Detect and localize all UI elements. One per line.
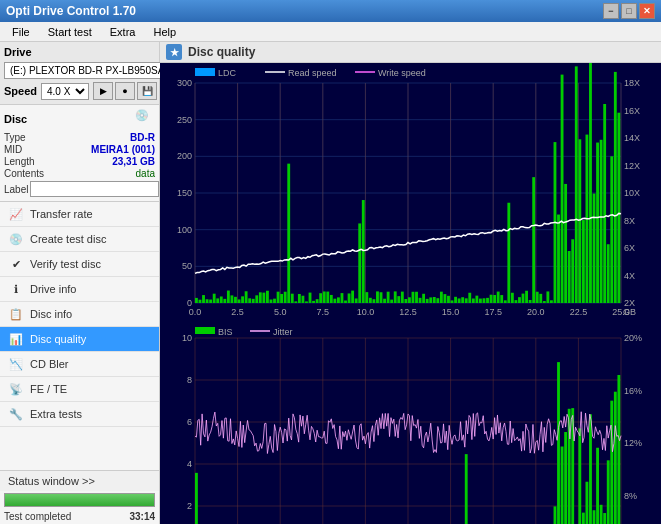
disc-length-label: Length — [4, 156, 35, 167]
app-title: Opti Drive Control 1.70 — [6, 4, 136, 18]
nav-create-test-disc-label: Create test disc — [30, 233, 106, 245]
disc-quality-header: ★ Disc quality — [160, 42, 661, 63]
nav-verify-test-disc-label: Verify test disc — [30, 258, 101, 270]
drive-info-icon: ℹ — [8, 281, 24, 297]
disc-type-row: Type BD-R — [4, 132, 155, 143]
drive-section: Drive (E:) PLEXTOR BD-R PX-LB950SA 1.06 … — [0, 42, 159, 105]
disc-quality-icon: 📊 — [8, 331, 24, 347]
disc-mid-label: MID — [4, 144, 22, 155]
status-text: Test completed — [4, 511, 71, 522]
upper-chart — [160, 63, 661, 323]
disc-header: Disc 💿 — [4, 109, 155, 129]
disc-type-value: BD-R — [130, 132, 155, 143]
menu-file[interactable]: File — [4, 24, 38, 40]
nav-disc-quality-label: Disc quality — [30, 333, 86, 345]
disc-length-row: Length 23,31 GB — [4, 156, 155, 167]
menu-start-test[interactable]: Start test — [40, 24, 100, 40]
nav-drive-info[interactable]: ℹ Drive info — [0, 277, 159, 302]
menu-help[interactable]: Help — [145, 24, 184, 40]
nav-disc-quality[interactable]: 📊 Disc quality — [0, 327, 159, 352]
disc-contents-value: data — [136, 168, 155, 179]
speed-icon-3[interactable]: 💾 — [137, 82, 157, 100]
nav-cd-bler-label: CD Bler — [30, 358, 69, 370]
disc-info-icon: 📋 — [8, 306, 24, 322]
maximize-button[interactable]: □ — [621, 3, 637, 19]
label-input[interactable] — [30, 181, 159, 197]
drive-select-row: (E:) PLEXTOR BD-R PX-LB950SA 1.06 ⏏ — [4, 61, 155, 79]
nav-disc-info[interactable]: 📋 Disc info — [0, 302, 159, 327]
disc-type-label: Type — [4, 132, 26, 143]
progress-bar-container — [4, 493, 155, 507]
status-time: 33:14 — [129, 511, 155, 522]
disc-icon: 💿 — [135, 109, 155, 129]
sidebar: Drive (E:) PLEXTOR BD-R PX-LB950SA 1.06 … — [0, 42, 160, 524]
charts-container — [160, 63, 661, 524]
disc-quality-header-icon: ★ — [166, 44, 182, 60]
nav-drive-info-label: Drive info — [30, 283, 76, 295]
create-test-disc-icon: 💿 — [8, 231, 24, 247]
extra-tests-icon: 🔧 — [8, 406, 24, 422]
nav-disc-info-label: Disc info — [30, 308, 72, 320]
nav-transfer-rate[interactable]: 📈 Transfer rate — [0, 202, 159, 227]
nav-extra-tests-label: Extra tests — [30, 408, 82, 420]
fe-te-icon: 📡 — [8, 381, 24, 397]
drive-label: Drive — [4, 46, 155, 58]
lower-chart — [160, 323, 661, 524]
status-window-button[interactable]: Status window >> — [0, 471, 159, 491]
speed-icon-1[interactable]: ▶ — [93, 82, 113, 100]
main-layout: Drive (E:) PLEXTOR BD-R PX-LB950SA 1.06 … — [0, 42, 661, 524]
minimize-button[interactable]: − — [603, 3, 619, 19]
disc-contents-label: Contents — [4, 168, 44, 179]
disc-mid-row: MID MEIRA1 (001) — [4, 144, 155, 155]
disc-mid-value: MEIRA1 (001) — [91, 144, 155, 155]
nav-fe-te-label: FE / TE — [30, 383, 67, 395]
nav-fe-te[interactable]: 📡 FE / TE — [0, 377, 159, 402]
disc-contents-row: Contents data — [4, 168, 155, 179]
disc-label-row: Label 🔍 — [4, 181, 155, 197]
disc-quality-title: Disc quality — [188, 45, 255, 59]
nav-cd-bler[interactable]: 📉 CD Bler — [0, 352, 159, 377]
status-bar: Status window >> Test completed 33:14 — [0, 470, 159, 524]
close-button[interactable]: ✕ — [639, 3, 655, 19]
nav-menu: 📈 Transfer rate 💿 Create test disc ✔ Ver… — [0, 202, 159, 427]
cd-bler-icon: 📉 — [8, 356, 24, 372]
speed-icons: ▶ ● 💾 — [93, 82, 157, 100]
disc-length-value: 23,31 GB — [112, 156, 155, 167]
status-bottom: Test completed 33:14 — [0, 509, 159, 524]
speed-select[interactable]: 4.0 X — [41, 83, 89, 100]
progress-bar-fill — [5, 494, 154, 506]
speed-section: Speed 4.0 X ▶ ● 💾 — [4, 82, 155, 100]
status-window-label: Status window >> — [8, 475, 95, 487]
nav-verify-test-disc[interactable]: ✔ Verify test disc — [0, 252, 159, 277]
speed-icon-2[interactable]: ● — [115, 82, 135, 100]
speed-label: Speed — [4, 85, 37, 97]
nav-create-test-disc[interactable]: 💿 Create test disc — [0, 227, 159, 252]
content-area: ★ Disc quality LDC BIS Avg 0. — [160, 42, 661, 524]
disc-title: Disc — [4, 113, 27, 125]
disc-label-key: Label — [4, 184, 28, 195]
nav-transfer-rate-label: Transfer rate — [30, 208, 93, 220]
window-controls: − □ ✕ — [603, 3, 655, 19]
verify-test-disc-icon: ✔ — [8, 256, 24, 272]
menu-bar: File Start test Extra Help — [0, 22, 661, 42]
title-bar: Opti Drive Control 1.70 − □ ✕ — [0, 0, 661, 22]
transfer-rate-icon: 📈 — [8, 206, 24, 222]
menu-extra[interactable]: Extra — [102, 24, 144, 40]
disc-section: Disc 💿 Type BD-R MID MEIRA1 (001) Length… — [0, 105, 159, 202]
nav-extra-tests[interactable]: 🔧 Extra tests — [0, 402, 159, 427]
